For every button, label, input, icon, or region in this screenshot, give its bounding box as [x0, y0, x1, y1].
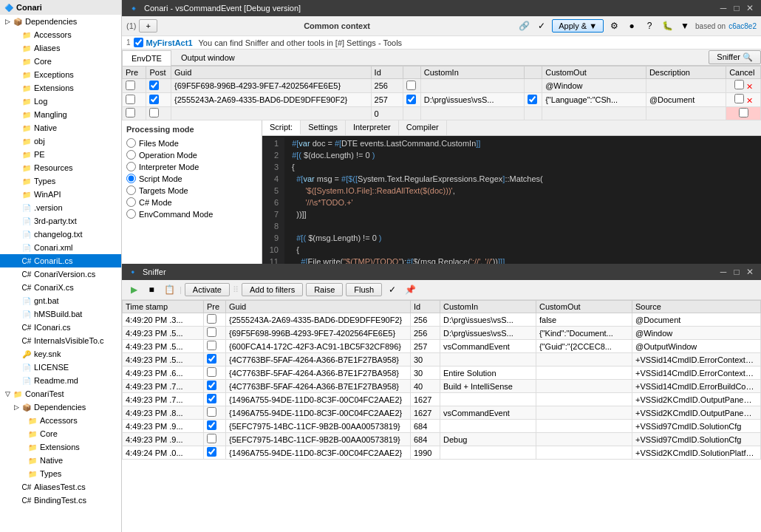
sidebar-item-mangling[interactable]: 📁 Mangling [0, 108, 121, 121]
radio-envcommand-input[interactable] [126, 209, 136, 219]
radio-files-mode[interactable]: Files Mode [126, 138, 257, 148]
cancel-checkbox[interactable] [739, 108, 748, 117]
sidebar-item-exceptions[interactable]: 📁 Exceptions [0, 68, 121, 81]
post-checkbox[interactable] [149, 81, 159, 90]
radio-interpreter-input[interactable] [126, 162, 136, 171]
maximize-button[interactable]: □ [731, 3, 742, 13]
post-checkbox[interactable] [149, 95, 159, 104]
sniffer-check-icon[interactable]: ✓ [385, 282, 400, 297]
raise-button[interactable]: Raise [306, 283, 343, 296]
apply-button[interactable]: Apply & ▼ [552, 19, 604, 33]
sidebar-item-conarixml[interactable]: 📄 Conari.xml [0, 241, 121, 254]
sidebar-item-hmsbuild[interactable]: 📄 hMSBuild.bat [0, 307, 121, 321]
sniffer-table-row[interactable]: 4:49:23 PM .9... {5EFC7975-14BC-11CF-9B2… [123, 433, 761, 446]
sniffer-button[interactable]: Sniffer 🔍 [709, 50, 761, 64]
sidebar-item-extensions[interactable]: 📁 Extensions [0, 81, 121, 95]
sniffer-table-row[interactable]: 4:49:23 PM .7... {1496A755-94DE-11D0-8C3… [123, 393, 761, 406]
add-context-button[interactable]: + [139, 19, 157, 33]
delete-row-button[interactable]: ✕ [746, 96, 753, 105]
sniffer-minimize-button[interactable]: ─ [718, 267, 728, 277]
tab-envdte[interactable]: EnvDTE [122, 50, 171, 66]
tab-settings[interactable]: Settings [301, 120, 346, 135]
sidebar-item-aliasestest[interactable]: C# AliasesTest.cs [0, 480, 121, 494]
post-checkbox[interactable] [149, 108, 159, 117]
pre-checkbox[interactable] [126, 108, 135, 117]
sidebar-item-accessors-test[interactable]: 📁 Accessors [0, 414, 121, 427]
radio-operation-input[interactable] [126, 150, 136, 160]
radio-csharp-input[interactable] [126, 197, 136, 207]
check-icon[interactable]: ✓ [534, 18, 549, 33]
customin-check[interactable] [406, 81, 416, 90]
tab-interpreter[interactable]: Interpreter [346, 120, 399, 135]
context-enabled-checkbox[interactable] [134, 38, 143, 47]
sidebar-item-conarix[interactable]: C# ConariX.cs [0, 281, 121, 294]
radio-files-input[interactable] [126, 138, 136, 148]
sidebar-item-internals[interactable]: C# InternalsVisibleTo.c [0, 334, 121, 347]
sidebar-item-native-test[interactable]: 📁 Native [0, 454, 121, 467]
pre-checkbox[interactable] [126, 95, 135, 104]
link-icon[interactable]: 🔗 [516, 18, 531, 33]
sniffer-pre-checkbox[interactable] [207, 314, 216, 324]
radio-targets-input[interactable] [126, 185, 136, 195]
radio-script-mode[interactable]: Script Mode [126, 174, 257, 183]
table-row[interactable]: 0 [123, 107, 761, 120]
sidebar-item-conari-cs[interactable]: C# ConariL.cs [0, 254, 121, 267]
sidebar-item-log[interactable]: 📁 Log [0, 95, 121, 108]
sniffer-table-row[interactable]: 4:49:20 PM .3... {2555243A-2A69-4335-BAD… [123, 313, 761, 327]
sidebar-item-gntbat[interactable]: 📄 gnt.bat [0, 294, 121, 307]
sniffer-table-row[interactable]: 4:49:23 PM .7... {4C7763BF-5FAF-4264-A36… [123, 380, 761, 393]
sidebar-item-key[interactable]: 🔑 key.snk [0, 347, 121, 361]
delete-row-button[interactable]: ✕ [746, 82, 753, 91]
sniffer-table-row[interactable]: 4:49:24 PM .0... {1496A755-94DE-11D0-8C3… [123, 446, 761, 460]
debug-button[interactable]: 🐛 [660, 18, 675, 33]
sidebar-item-core[interactable]: 📁 Core [0, 55, 121, 68]
sidebar-item-license[interactable]: 📄 LICENSE [0, 361, 121, 374]
sidebar-item-iconari[interactable]: C# IConari.cs [0, 321, 121, 334]
sidebar-item-dependencies[interactable]: ▷ 📦 Dependencies [0, 15, 121, 28]
settings-button[interactable]: ⚙ [607, 18, 621, 33]
sidebar-item-deps-test[interactable]: ▷ 📦 Dependencies [0, 400, 121, 414]
tab-output-window[interactable]: Output window [171, 50, 245, 65]
table-row[interactable]: {2555243A-2A69-4335-BAD6-DDE9DFFE90F2} 2… [123, 93, 761, 107]
sidebar-item-accessors[interactable]: 📁 Accessors [0, 28, 121, 41]
sidebar-item-conaritest[interactable]: ▽ 📁 ConariTest [0, 387, 121, 400]
sniffer-pre-checkbox[interactable] [207, 341, 216, 350]
cancel-checkbox[interactable] [734, 94, 744, 103]
sniffer-pre-checkbox[interactable] [207, 394, 216, 403]
radio-operation-mode[interactable]: Operation Mode [126, 150, 257, 160]
radio-targets-mode[interactable]: Targets Mode [126, 185, 257, 195]
sniffer-pre-checkbox[interactable] [207, 381, 216, 390]
sniffer-table-row[interactable]: 4:49:23 PM .5... {69F5F698-996B-4293-9FE… [123, 327, 761, 340]
help-button[interactable]: ● [624, 18, 639, 33]
sniffer-copy-icon[interactable]: 📋 [162, 282, 177, 297]
sniffer-pre-checkbox[interactable] [207, 354, 216, 364]
sniffer-maximize-button[interactable]: □ [731, 267, 742, 277]
sidebar-item-obj[interactable]: 📁 obj [0, 134, 121, 148]
customout-check[interactable] [528, 95, 537, 104]
sniffer-table-row[interactable]: 4:49:23 PM .5... {600FCA14-172C-42F3-AC9… [123, 340, 761, 353]
sidebar-item-changelog[interactable]: 📄 changelog.txt [0, 228, 121, 241]
sidebar-item-pe[interactable]: 📁 PE [0, 148, 121, 161]
radio-envcommand-mode[interactable]: EnvCommand Mode [126, 209, 257, 219]
sidebar-item-winapi[interactable]: 📁 WinAPI [0, 188, 121, 201]
sniffer-table-row[interactable]: 4:49:23 PM .5... {4C7763BF-5FAF-4264-A36… [123, 353, 761, 366]
sidebar-item-core-test[interactable]: 📁 Core [0, 427, 121, 440]
sidebar-item-extensions-test[interactable]: 📁 Extensions [0, 440, 121, 454]
sniffer-pre-checkbox[interactable] [207, 447, 216, 457]
sidebar-item-aliases[interactable]: 📁 Aliases [0, 41, 121, 55]
radio-csharp-mode[interactable]: C# Mode [126, 197, 257, 207]
sniffer-pre-checkbox[interactable] [207, 434, 216, 443]
radio-interpreter-mode[interactable]: Interpreter Mode [126, 162, 257, 171]
flush-button[interactable]: Flush [346, 283, 382, 296]
sniffer-table-row[interactable]: 4:49:23 PM .9... {5EFC7975-14BC-11CF-9B2… [123, 420, 761, 433]
sidebar-root[interactable]: 🔷 Conari [0, 0, 121, 15]
sidebar-item-version[interactable]: 📄 .version [0, 201, 121, 214]
sniffer-play-icon[interactable]: ▶ [126, 282, 141, 297]
sidebar-item-3rdparty[interactable]: 📄 3rd-party.txt [0, 214, 121, 228]
sniffer-pre-checkbox[interactable] [207, 367, 216, 377]
sidebar-item-types[interactable]: 📁 Types [0, 174, 121, 188]
sidebar-item-bindingtest[interactable]: C# BindingTest.cs [0, 494, 121, 507]
sidebar-item-native-top[interactable]: 📁 Native [0, 121, 121, 134]
sniffer-pin-icon[interactable]: 📌 [403, 282, 417, 297]
code-editor[interactable]: 1 #[var doc = #[DTE events.LastCommand.C… [262, 136, 761, 267]
